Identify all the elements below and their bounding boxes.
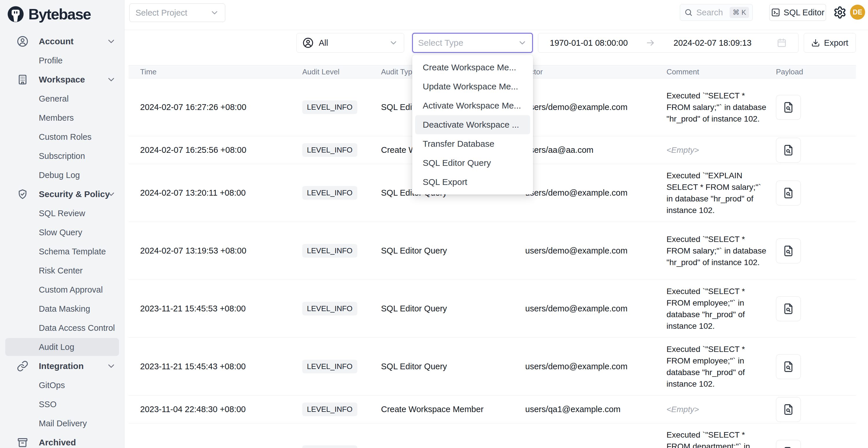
- payload-view-button[interactable]: [776, 397, 801, 422]
- sidebar-item-risk-center[interactable]: Risk Center: [0, 261, 124, 280]
- cell-actor: users/demo@example.com: [525, 102, 666, 112]
- payload-view-button[interactable]: [776, 138, 801, 163]
- audit-level-badge: LEVEL_INFO: [302, 186, 357, 200]
- column-header-audit-level: Audit Level: [302, 67, 381, 76]
- payload-view-button[interactable]: [776, 238, 801, 263]
- menu-item-sql-editor-query[interactable]: SQL Editor Query: [415, 153, 530, 172]
- cell-comment: Executed `"SELECT * FROM employee;"` in …: [666, 344, 776, 390]
- sidebar-item-profile[interactable]: Profile: [0, 51, 124, 70]
- audit-level-badge: LEVEL_INFO: [302, 403, 357, 416]
- topbar: Select Project Search ⌘ K SQL Editor DE: [124, 0, 868, 30]
- brand-name: Bytebase: [28, 5, 91, 23]
- search-input[interactable]: Search ⌘ K: [680, 4, 753, 21]
- cell-actor: users/demo@example.com: [525, 188, 666, 198]
- cell-time: 2024-02-07 13:20:11 +08:00: [140, 188, 302, 198]
- download-icon: [811, 38, 820, 47]
- sidebar-item-account[interactable]: Account: [0, 32, 124, 51]
- table-row[interactable]: 2023-11-21 15:45:43 +08:00 LEVEL_INFO SQ…: [129, 338, 856, 395]
- sidebar-item-general[interactable]: General: [0, 89, 124, 108]
- sidebar-item-data-access-control[interactable]: Data Access Control: [0, 318, 124, 338]
- sidebar-item-archived[interactable]: Archived: [0, 433, 124, 448]
- payload-view-button[interactable]: [776, 354, 801, 379]
- payload-view-button[interactable]: [776, 296, 801, 321]
- type-filter-select[interactable]: Select Type: [412, 33, 533, 53]
- payload-view-button[interactable]: [776, 440, 801, 448]
- sidebar: Bytebase Account Profile Workspace Gener…: [0, 0, 124, 448]
- search-shortcut-badge: ⌘ K: [730, 7, 749, 18]
- cell-comment: Executed `"EXPLAIN SELECT * FROM salary;…: [666, 170, 776, 216]
- audit-level-badge: LEVEL_INFO: [302, 302, 357, 315]
- table-row[interactable]: 2023-11-21 15:45:53 +08:00 LEVEL_INFO SQ…: [129, 280, 856, 338]
- sidebar-item-subscription[interactable]: Subscription: [0, 147, 124, 165]
- sidebar-item-security-policy[interactable]: Security & Policy: [0, 185, 124, 204]
- sidebar-item-debug-log[interactable]: Debug Log: [0, 165, 124, 185]
- sidebar-item-custom-approval[interactable]: Custom Approval: [0, 280, 124, 299]
- audit-level-badge: LEVEL_INFO: [302, 100, 357, 114]
- menu-item-sql-export[interactable]: SQL Export: [415, 172, 530, 192]
- table-row[interactable]: 2023-11-04 22:48:30 +08:00 LEVEL_INFO Cr…: [129, 395, 856, 423]
- chevron-down-icon: [106, 189, 116, 199]
- actor-filter-select[interactable]: All: [297, 33, 404, 53]
- archive-icon: [17, 437, 28, 448]
- link-icon: [17, 360, 28, 372]
- chevron-down-icon: [106, 36, 116, 46]
- sidebar-item-members[interactable]: Members: [0, 108, 124, 127]
- cell-comment: Executed `"SELECT * FROM department;"` i…: [666, 429, 776, 448]
- column-header-comment: Comment: [666, 67, 776, 76]
- sidebar-item-integration[interactable]: Integration: [0, 357, 124, 376]
- cell-time: 2024-02-07 13:19:53 +08:00: [140, 246, 302, 256]
- project-select[interactable]: Select Project: [129, 3, 225, 22]
- cell-comment: Executed `"SELECT * FROM salary;"` in da…: [666, 90, 776, 125]
- chevron-down-icon: [106, 361, 116, 371]
- date-to[interactable]: 2024-02-07 18:09:13: [674, 38, 751, 48]
- sidebar-item-audit-log[interactable]: Audit Log: [0, 338, 124, 357]
- cell-actor: users/qa1@example.com: [525, 405, 666, 414]
- sidebar-item-gitops[interactable]: GitOps: [0, 376, 124, 395]
- sidebar-item-sql-review[interactable]: SQL Review: [0, 204, 124, 223]
- shield-check-icon: [17, 188, 28, 200]
- cell-comment: Executed `"SELECT * FROM employee;"` in …: [666, 286, 776, 332]
- date-range-picker[interactable]: 1970-01-01 08:00:00 2024-02-07 18:09:13: [538, 33, 799, 53]
- cell-actor: users/demo@example.com: [525, 246, 666, 256]
- cell-time: 2024-02-07 16:27:26 +08:00: [140, 102, 302, 112]
- settings-gear-icon[interactable]: [833, 6, 846, 19]
- cell-audit-type: SQL Editor Query: [381, 304, 525, 313]
- menu-item-update-workspace-member[interactable]: Update Workspace Me...: [415, 77, 530, 96]
- arrow-right-icon: [646, 38, 655, 48]
- export-button[interactable]: Export: [804, 33, 856, 53]
- user-circle-icon: [303, 37, 314, 48]
- avatar[interactable]: DE: [850, 5, 865, 20]
- sidebar-item-custom-roles[interactable]: Custom Roles: [0, 127, 124, 147]
- cell-audit-type: Create Workspace Member: [381, 405, 525, 414]
- search-icon: [684, 8, 693, 17]
- cell-comment: <Empty>: [666, 404, 776, 415]
- bytebase-logo-icon: [7, 5, 24, 23]
- sidebar-item-data-masking[interactable]: Data Masking: [0, 299, 124, 318]
- payload-view-button[interactable]: [776, 181, 801, 205]
- cell-audit-type: SQL Editor Query: [381, 246, 525, 256]
- menu-item-create-workspace-member[interactable]: Create Workspace Me...: [415, 58, 530, 77]
- terminal-icon: [771, 8, 780, 17]
- cell-time: 2023-11-21 15:45:43 +08:00: [140, 362, 302, 371]
- sidebar-item-slow-query[interactable]: Slow Query: [0, 223, 124, 242]
- date-from[interactable]: 1970-01-01 08:00:00: [550, 38, 628, 48]
- audit-level-badge: LEVEL_INFO: [302, 360, 357, 373]
- menu-item-activate-workspace-member[interactable]: Activate Workspace Me...: [415, 96, 530, 115]
- payload-view-button[interactable]: [776, 95, 801, 120]
- audit-level-badge: LEVEL_INFO: [302, 143, 357, 157]
- brand[interactable]: Bytebase: [0, 0, 124, 25]
- sql-editor-button[interactable]: SQL Editor: [769, 4, 826, 21]
- menu-item-transfer-database[interactable]: Transfer Database: [415, 134, 530, 153]
- sidebar-item-sso[interactable]: SSO: [0, 395, 124, 414]
- menu-item-deactivate-workspace-member[interactable]: Deactivate Workspace ...: [415, 115, 530, 134]
- cell-time: 2024-02-07 16:25:56 +08:00: [140, 145, 302, 155]
- sidebar-item-mail-delivery[interactable]: Mail Delivery: [0, 414, 124, 433]
- table-row[interactable]: 2024-02-07 13:19:53 +08:00 LEVEL_INFO SQ…: [129, 222, 856, 280]
- cell-time: 2023-11-04 22:48:30 +08:00: [140, 405, 302, 414]
- sidebar-nav: Account Profile Workspace General Member…: [0, 32, 124, 448]
- user-circle-icon: [17, 36, 28, 47]
- sidebar-item-schema-template[interactable]: Schema Template: [0, 242, 124, 261]
- audit-level-badge: LEVEL_INFO: [302, 244, 357, 258]
- sidebar-item-workspace[interactable]: Workspace: [0, 70, 124, 89]
- table-row[interactable]: 2023-11-04 21:26:24 +08:00 LEVEL_INFO SQ…: [129, 423, 856, 448]
